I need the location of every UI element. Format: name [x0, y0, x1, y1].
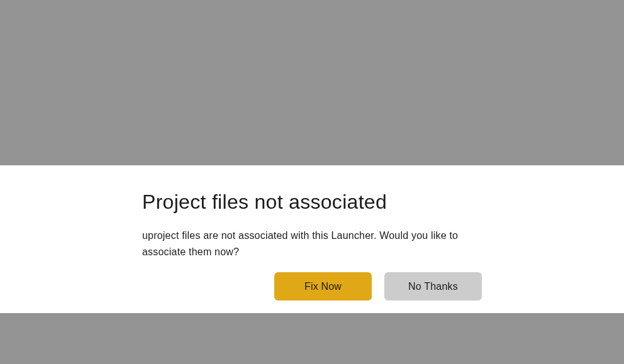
dialog-panel: Project files not associated uproject fi…: [0, 165, 624, 313]
dialog-title: Project files not associated: [142, 190, 482, 214]
fix-now-button[interactable]: Fix Now: [274, 272, 372, 301]
no-thanks-button[interactable]: No Thanks: [384, 272, 482, 301]
dialog-message: uproject files are not associated with t…: [142, 228, 482, 260]
button-row: Fix Now No Thanks: [274, 272, 482, 301]
dialog-content: Project files not associated uproject fi…: [0, 165, 624, 301]
